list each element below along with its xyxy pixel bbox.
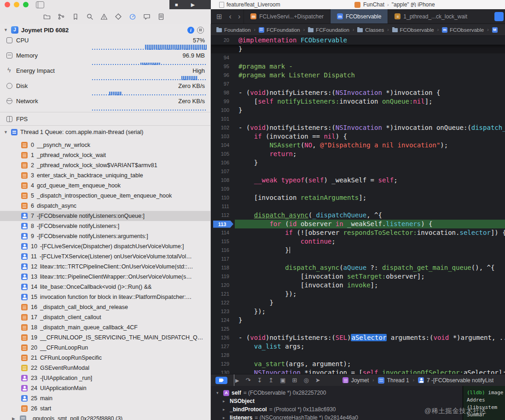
info-icon[interactable] [187,27,194,34]
thread-header[interactable]: ▼ Thread 1 Queue: com.apple.main-thread … [0,125,210,139]
run-destination[interactable]: "apple" 的 iPhone [392,1,435,9]
project-navigator-icon[interactable] [43,13,51,20]
process-row[interactable]: ▼ J Joymet PID 6082 [0,24,210,36]
code-line[interactable]: 126- (void)notifyListeners:(SEL)aSelecto… [211,333,505,342]
stack-frame-row[interactable]: 23-[UIApplication _run] [0,373,210,383]
breadcrumb-item[interactable]: Foundation [216,27,251,33]
code-line[interactable]: 107 [211,167,505,176]
breadcrumb-item[interactable]: mFCObservable [442,27,484,33]
breadcrumb-item[interactable]: FCFoundation [259,27,300,33]
line-number-gutter[interactable]: 112 [211,211,235,220]
stack-frame-row[interactable]: 22GSEventRunModal [0,363,210,373]
stack-frame-row[interactable]: 19__CFRUNLOOP_IS_SERVICING_THE_MAIN_DISP… [0,332,210,343]
code-line[interactable]: 127 va_list args; [211,342,505,351]
stack-frame-row[interactable]: 0__psynch_rw_wrlock [0,140,210,150]
debug-breadcrumb-label[interactable]: Thread 1 [387,377,409,384]
continue-icon[interactable]: ▶ [234,374,239,386]
gauge-row[interactable]: Energy ImpactHigh [0,66,210,82]
sidebar-toggle-icon[interactable] [36,1,44,8]
line-number-gutter[interactable]: 108 [211,176,235,185]
code-line[interactable]: 119 [invocation setTarget:observer]; [211,272,505,281]
stack-frame-row[interactable]: 5_dispatch_introspection_queue_item_enqu… [0,191,210,201]
environment-overrides-icon[interactable]: ◎ [303,374,308,386]
breadcrumb-item[interactable]: FCObservable [392,27,434,33]
stack-frame-row[interactable]: 7-[FCObservable notifyListeners:onQueue:… [0,211,210,221]
code-line[interactable]: 114 if (![observer respondsToSelector:in… [211,228,505,237]
stack-frame-row[interactable]: 21CFRunLoopRunSpecific [0,353,210,363]
line-number-gutter[interactable] [211,45,235,53]
pause-icon[interactable] [197,27,204,34]
code-line[interactable]: 129 va_start(args, argument); [211,360,505,368]
blue-file-badge[interactable] [494,12,504,21]
code-line[interactable]: 122 } [211,298,505,307]
stack-frame-row[interactable]: 18_dispatch_main_queue_callback_4CF [0,322,210,332]
code-line[interactable]: 101 [211,115,505,123]
code-line[interactable]: 94 [211,53,505,62]
debug-navigator-icon[interactable] [129,13,136,20]
code-line[interactable]: 20@implementation FCObservable [211,36,505,45]
chevron-down-icon[interactable]: ▼ [4,130,8,134]
stack-frame-row[interactable]: 20__CFRunLoopRun [0,343,210,353]
line-number-gutter[interactable]: 119 [211,272,235,281]
code-line[interactable]: 128 [211,351,505,360]
chevron-right-icon[interactable]: ▶ [12,416,17,420]
code-line[interactable]: 125 [211,325,505,333]
line-number-gutter[interactable]: 127 [211,342,235,351]
breakpoint-navigator-icon[interactable] [143,13,151,20]
stack-frame-row[interactable]: 16_dispatch_call_block_and_release [0,302,210,312]
code-line[interactable]: 121 }); [211,290,505,298]
stack-frame-row[interactable]: 26start [0,403,210,414]
code-line[interactable]: 100} [211,106,505,115]
line-number-gutter[interactable]: 106 [211,158,235,167]
forward-icon[interactable]: › [238,10,240,23]
stack-frame-row[interactable]: 14lite_base::OnceCallback<void ()>::Run(… [0,282,210,292]
code-line[interactable]: 111 [211,202,505,211]
code-line[interactable]: 98- (void)notifyListeners:(NSInvocation … [211,88,505,97]
stack-frame-row[interactable]: 11-[FCLiveTXService(Listener) onUserVoic… [0,251,210,262]
scheme-name[interactable]: FunChat [363,1,384,8]
code-line[interactable]: 110 [invocation retainArguments]; [211,193,505,202]
line-number-gutter[interactable]: 113 [211,220,235,228]
line-number-gutter[interactable]: 122 [211,298,235,307]
line-number-gutter[interactable]: 103 [211,132,235,141]
line-number-gutter[interactable]: 123 [211,307,235,316]
code-line[interactable]: 123 }); [211,307,505,316]
code-line[interactable]: 95#pragma mark - [211,62,505,71]
breadcrumb-item[interactable]: FCFoundation [308,27,349,33]
code-line[interactable]: 109 [211,185,505,193]
code-line[interactable]: 120 [invocation invoke]; [211,281,505,290]
code-line[interactable]: 99 [self notifyListeners:invocation onQu… [211,97,505,106]
line-number-gutter[interactable]: 96 [211,71,235,80]
debug-breadcrumb-label[interactable]: Joymet [351,377,369,384]
line-number-gutter[interactable]: 97 [211,80,235,88]
view-hierarchy-icon[interactable]: ▣ [280,374,285,386]
fps-row[interactable]: FPS [0,112,210,125]
code-line[interactable]: } [211,45,505,53]
line-number-gutter[interactable]: 117 [211,255,235,263]
gauge-row[interactable]: CPU57% [0,36,210,51]
code-line[interactable]: 108 __weak typeof(self) _weakSelf = self… [211,176,505,185]
gauge-row[interactable]: NetworkZero KB/s [0,97,210,112]
code-line[interactable]: 130 NSInvocation *invocation = [self inv… [211,368,505,374]
step-over-icon[interactable]: ↷ [245,374,250,386]
editor-tab[interactable]: FCLiveServi...+Dispatcher [244,9,330,23]
stack-frame-row[interactable]: 12liteav::trtc::TRTCPipelineClient::OnUs… [0,262,210,272]
memory-graph-icon[interactable]: ⊞ [292,374,297,386]
line-number-gutter[interactable]: 95 [211,62,235,71]
line-number-gutter[interactable]: 118 [211,263,235,272]
variable-row[interactable]: ▸NSObject [211,397,463,405]
step-out-icon[interactable]: ↥ [268,374,273,386]
stack-frame-row[interactable]: 15invocation function for block in litea… [0,292,210,302]
minimize-button[interactable] [14,2,19,7]
line-number-gutter[interactable]: 104 [211,141,235,150]
line-number-gutter[interactable]: 126 [211,333,235,342]
line-number-gutter[interactable]: 99 [211,97,235,106]
play-button[interactable]: ▶ [191,0,195,9]
collapsed-thread-row[interactable]: ▶ gputools_smt_poll 0x2825f8880 (3) [0,414,210,420]
code-line[interactable]: 113 for (id observer in _weakSelf.listen… [211,220,505,228]
editor-tab[interactable]: 1_pthread_...ck_lock_wait [388,9,474,23]
line-number-gutter[interactable]: 128 [211,351,235,360]
code-line[interactable]: 105 return; [211,150,505,158]
line-number-gutter[interactable]: 116 [211,246,235,255]
stack-frame-row[interactable]: 9-[FCObservable notifyListeners:argument… [0,231,210,241]
